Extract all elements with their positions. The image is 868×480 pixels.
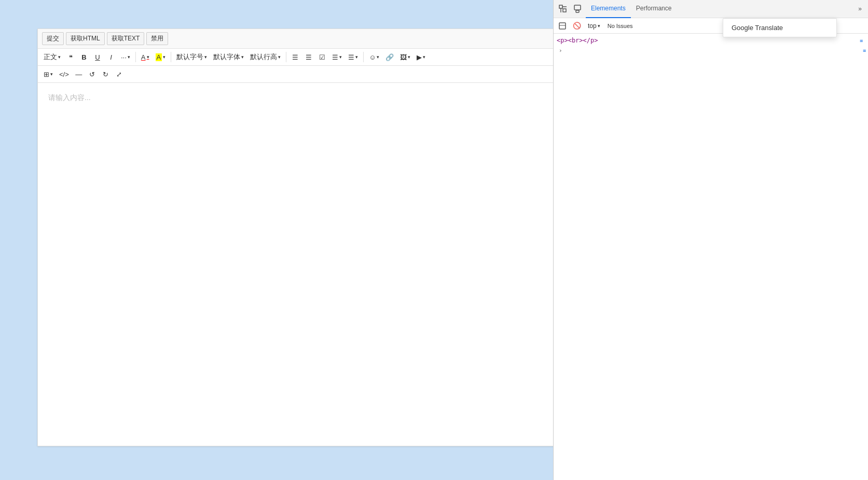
undo-button[interactable]: ↺: [86, 68, 99, 80]
link-button[interactable]: 🔗: [383, 51, 396, 63]
code-button[interactable]: </>: [57, 68, 72, 80]
device-toggle-button[interactable]: [571, 3, 584, 15]
bg-color-icon: A: [156, 53, 162, 61]
get-text-button[interactable]: 获取TEXT: [107, 32, 145, 45]
bullet-list-button[interactable]: ☰: [289, 51, 301, 63]
bg-color-button[interactable]: A: [153, 51, 169, 63]
right-indicator-2: ≡: [863, 48, 866, 53]
device-icon: [574, 5, 581, 13]
image-button[interactable]: 🖼: [397, 51, 413, 63]
ordered-list-button[interactable]: ☰: [302, 51, 315, 63]
submit-button[interactable]: 提交: [42, 32, 64, 45]
block-icon-button[interactable]: 🚫: [571, 20, 583, 32]
emoji-button[interactable]: ☺: [366, 51, 382, 63]
inspect-icon: [559, 5, 567, 13]
google-translate-dropdown: Google Translate: [723, 18, 837, 37]
bold-button[interactable]: B: [78, 51, 90, 63]
line-height-dropdown[interactable]: 默认行高: [247, 51, 283, 63]
browser-header: [0, 0, 553, 29]
font-color-button[interactable]: A: [139, 51, 152, 63]
layout-icon: [559, 22, 566, 30]
inspect-element-button[interactable]: [557, 3, 569, 15]
no-issues-label: No Issues: [605, 22, 635, 30]
fullscreen-button[interactable]: ⤢: [113, 68, 126, 80]
html-code-display: <p><br></p>: [557, 37, 598, 44]
block-icon: 🚫: [573, 22, 581, 30]
devtools-content: <p><br></p> ≡ › ≡: [554, 34, 868, 480]
devtools-topbar: Elemements Performance »: [554, 0, 868, 18]
blockquote-button[interactable]: ❝: [64, 51, 77, 63]
expand-row: › ≡: [557, 46, 865, 55]
video-button[interactable]: ▶: [414, 51, 428, 63]
chevron-down-icon: ▾: [598, 23, 600, 29]
toolbar-divider4: [363, 52, 364, 62]
layout-icon-button[interactable]: [557, 20, 568, 32]
context-dropdown[interactable]: top ▾: [586, 21, 602, 31]
devtools-more-tabs[interactable]: »: [855, 5, 865, 12]
clear-format-button[interactable]: —: [73, 68, 85, 80]
toolbar-divider2: [171, 52, 171, 62]
redo-button[interactable]: ↻: [100, 68, 112, 80]
text-style-dropdown[interactable]: 正文: [41, 51, 63, 63]
align-dropdown[interactable]: ☰: [329, 51, 345, 63]
todo-list-button[interactable]: ☑: [316, 51, 328, 63]
svg-rect-4: [574, 5, 581, 10]
expand-arrow[interactable]: ›: [557, 46, 564, 55]
html-code-row: <p><br></p> ≡: [557, 37, 865, 44]
table-button[interactable]: ⊞: [41, 68, 56, 80]
underline-button[interactable]: U: [91, 51, 104, 63]
devtools-tabs: Elemements Performance: [586, 0, 853, 18]
disable-button[interactable]: 禁用: [146, 32, 168, 45]
more-format-button[interactable]: ···: [118, 51, 133, 63]
action-bar: 提交 获取HTML 获取TEXT 禁用: [38, 29, 553, 49]
svg-rect-6: [559, 23, 566, 29]
toolbar-row2: ⊞ </> — ↺ ↻ ⤢: [38, 66, 553, 83]
font-family-dropdown[interactable]: 默认字体: [211, 51, 246, 63]
font-size-dropdown[interactable]: 默认字号: [174, 51, 210, 63]
italic-button[interactable]: I: [105, 51, 117, 63]
right-indicator-1: ≡: [860, 38, 863, 44]
devtools-panel: Elemements Performance » Google Translat…: [553, 0, 868, 480]
svg-rect-0: [559, 5, 562, 8]
toolbar-divider1: [135, 52, 136, 62]
toolbar-row1: 正文 ❝ B U I ··· A A 默认字号 默认字体 默认行高 ☰ ☰ ☑ …: [38, 49, 553, 66]
devtools-tab-elements[interactable]: Elemements: [586, 0, 631, 18]
svg-rect-3: [563, 9, 566, 12]
get-html-button[interactable]: 获取HTML: [66, 32, 105, 45]
indent-dropdown[interactable]: ☰: [346, 51, 361, 63]
svg-rect-5: [576, 10, 579, 12]
editor-content-area[interactable]: 请输入内容...: [38, 83, 553, 446]
font-color-icon: A: [141, 53, 146, 61]
devtools-tab-performance[interactable]: Performance: [631, 0, 677, 18]
google-translate-option[interactable]: Google Translate: [723, 19, 836, 37]
editor-placeholder: 请输入内容...: [48, 93, 91, 102]
editor-container: 提交 获取HTML 获取TEXT 禁用 正文 ❝ B U I ··· A A 默…: [37, 29, 554, 446]
toolbar-divider3: [286, 52, 286, 62]
